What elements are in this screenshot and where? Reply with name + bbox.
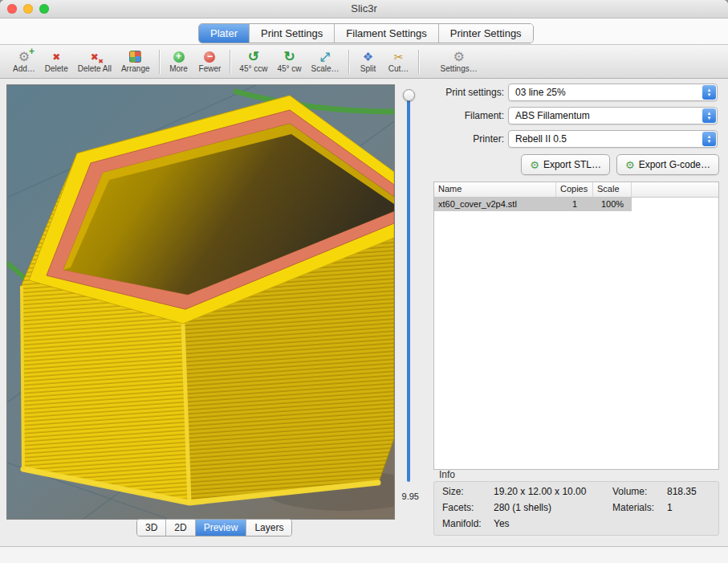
popup-arrows-icon [702, 85, 716, 100]
titlebar: Slic3r [0, 0, 728, 18]
filament-value: ABS Fillamentum [509, 110, 702, 121]
info-materials-label: Materials: [612, 502, 667, 518]
tab-plater[interactable]: Plater [199, 24, 250, 43]
export-stl-icon [530, 159, 539, 171]
rotate-cw-icon [283, 50, 295, 63]
info-panel: Size: 19.20 x 12.00 x 10.00 Volume: 818.… [433, 481, 719, 536]
export-stl-label: Export STL… [543, 159, 601, 170]
view-tab-preview[interactable]: Preview [196, 520, 247, 536]
column-header-scale[interactable]: Scale [593, 182, 632, 197]
info-title: Info [439, 469, 455, 480]
tab-printer-settings[interactable]: Printer Settings [439, 24, 533, 43]
more-button[interactable]: More [164, 47, 194, 77]
delete-icon [52, 50, 60, 63]
column-header-name[interactable]: Name [434, 182, 556, 197]
rotate-ccw-label: 45° ccw [239, 64, 267, 73]
layer-slider[interactable] [402, 89, 415, 486]
info-size-value: 19.20 x 12.00 x 10.00 [494, 486, 612, 502]
row-filler [632, 198, 718, 211]
info-volume-label: Volume: [612, 486, 667, 502]
export-gcode-button[interactable]: Export G-code… [616, 154, 719, 175]
scale-button[interactable]: Scale… [307, 47, 344, 77]
fewer-icon [204, 51, 215, 63]
toolbar-separator [348, 50, 349, 74]
row-name: xt60_cover_v2p4.stl [434, 198, 556, 211]
add-label: Add… [13, 64, 35, 73]
window-title: Slic3r [0, 2, 728, 14]
toolbar-separator [418, 50, 419, 74]
export-buttons: Export STL… Export G-code… [433, 154, 719, 175]
delete-all-label: Delete All [78, 64, 112, 73]
export-stl-button[interactable]: Export STL… [521, 154, 610, 175]
object-table-header: Name Copies Scale [434, 182, 718, 198]
settings-icon [453, 50, 464, 63]
tab-print-settings[interactable]: Print Settings [250, 24, 335, 43]
arrange-button[interactable]: Arrange [116, 47, 155, 77]
cut-button[interactable]: Cut… [384, 47, 414, 77]
delete-all-button[interactable]: Delete All [73, 47, 116, 77]
toolbar-separator [230, 50, 230, 74]
status-bar [0, 546, 728, 563]
info-manifold-label: Manifold: [442, 518, 494, 534]
layer-slider-thumb[interactable] [403, 89, 415, 101]
layer-slider-track[interactable] [407, 95, 410, 482]
view-tabs: 3D 2D Preview Layers [136, 519, 292, 536]
column-header-copies[interactable]: Copies [556, 182, 593, 197]
add-button[interactable]: Add… [8, 47, 40, 77]
info-size-label: Size: [442, 486, 494, 502]
rotate-ccw-icon [248, 50, 259, 63]
object-table: Name Copies Scale xt60_cover_v2p4.stl 1 … [433, 182, 719, 470]
delete-label: Delete [45, 64, 68, 73]
add-icon [18, 50, 30, 63]
info-materials-value: 1 [667, 502, 718, 518]
delete-button[interactable]: Delete [40, 47, 73, 77]
rotate-ccw-button[interactable]: 45° ccw [234, 47, 272, 77]
cut-label: Cut… [388, 64, 409, 73]
more-icon [173, 51, 185, 63]
popup-arrows-icon [702, 132, 716, 146]
table-row[interactable]: xt60_cover_v2p4.stl 1 100% [434, 198, 718, 211]
view-tab-3d[interactable]: 3D [137, 520, 166, 536]
info-facets-value: 280 (1 shells) [494, 502, 612, 518]
info-volume-value: 818.35 [667, 486, 718, 502]
viewport-3d[interactable] [6, 84, 395, 520]
printer-value: Rebell II 0.5 [509, 133, 702, 145]
column-header-filler [632, 182, 718, 197]
split-label: Split [360, 64, 376, 73]
split-button[interactable]: Split [353, 47, 384, 77]
tab-filament-settings[interactable]: Filament Settings [335, 24, 438, 43]
scale-label: Scale… [311, 64, 340, 73]
view-tab-2d[interactable]: 2D [166, 520, 195, 536]
cut-icon [394, 50, 404, 63]
export-gcode-icon [625, 159, 635, 171]
popup-arrows-icon [702, 108, 716, 123]
printer-label: Printer: [433, 130, 504, 148]
row-scale: 100% [593, 198, 632, 211]
rotate-cw-button[interactable]: 45° cw [272, 47, 306, 77]
print-settings-label: Print settings: [433, 84, 504, 101]
filament-label: Filament: [433, 107, 504, 124]
fewer-button[interactable]: Fewer [194, 47, 226, 77]
toolbar: Add… Delete Delete All Arrange More Fewe… [0, 44, 728, 79]
row-copies: 1 [556, 198, 593, 211]
info-manifold-value: Yes [494, 518, 612, 534]
fewer-label: Fewer [199, 64, 222, 73]
view-tab-layers[interactable]: Layers [246, 520, 291, 536]
print-settings-value: 03 line 25% [509, 87, 702, 98]
bed-scene [7, 85, 394, 519]
scale-icon [320, 50, 330, 63]
arrange-label: Arrange [121, 64, 150, 73]
app-window: Slic3r Plater Print Settings Filament Se… [0, 0, 728, 563]
export-gcode-label: Export G-code… [639, 159, 710, 170]
info-facets-label: Facets: [442, 502, 494, 518]
filament-select[interactable]: ABS Fillamentum [508, 107, 718, 124]
arrange-icon [129, 51, 141, 63]
split-icon [363, 50, 373, 63]
settings-button[interactable]: Settings… [436, 47, 482, 77]
print-settings-select[interactable]: 03 line 25% [508, 84, 718, 101]
delete-all-icon [91, 50, 99, 63]
more-label: More [169, 64, 188, 73]
printer-select[interactable]: Rebell II 0.5 [508, 130, 718, 148]
rotate-cw-label: 45° cw [277, 64, 301, 73]
toolbar-separator [159, 50, 160, 74]
